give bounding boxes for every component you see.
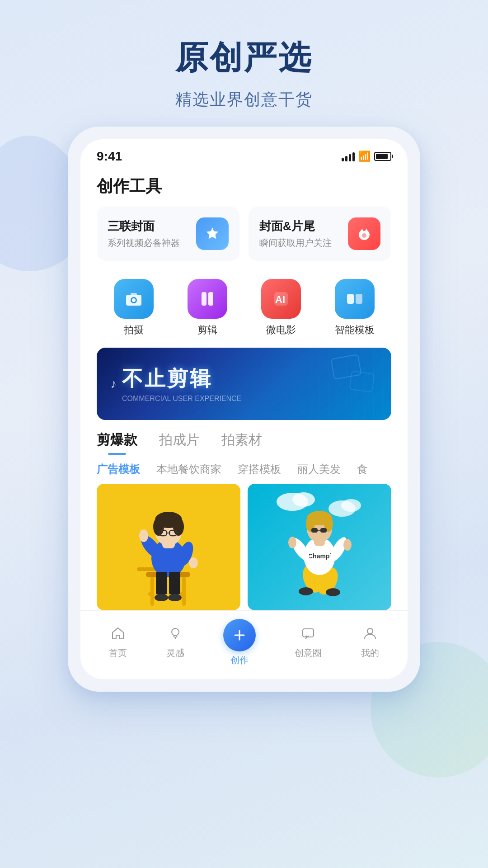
signal-bar-4	[352, 152, 355, 161]
svg-point-32	[189, 557, 198, 568]
svg-rect-9	[347, 294, 354, 304]
battery-fill	[376, 154, 388, 159]
svg-point-64	[367, 628, 373, 634]
tool-card-cover-ending[interactable]: 封面&片尾 瞬间获取用户关注	[249, 207, 391, 261]
signal-bar-1	[342, 158, 344, 161]
icon-label-template: 智能模板	[335, 323, 375, 337]
sub-tabs: 广告模板 本地餐饮商家 穿搭模板 丽人美发 食	[80, 455, 408, 484]
banner-section[interactable]: ♪ 不止剪辑 COMMERCIAL USER EXPERIENCE	[80, 348, 408, 420]
battery-icon	[374, 152, 391, 161]
icon-label-edit: 剪辑	[197, 323, 217, 337]
bottom-nav: 首页 灵感	[80, 610, 408, 679]
sub-tab-fashion[interactable]: 穿搭模板	[238, 462, 281, 476]
hero-subtitle: 精选业界创意干货	[0, 89, 488, 111]
tab-pai-su-cai[interactable]: 拍素材	[221, 431, 262, 455]
svg-point-59	[172, 628, 179, 636]
main-tabs: 剪爆款 拍成片 拍素材	[97, 431, 391, 455]
nav-item-creative-circle[interactable]: 创意圈	[295, 626, 322, 659]
home-icon	[111, 626, 125, 644]
nav-label-create: 创作	[230, 654, 249, 666]
svg-point-56	[288, 537, 296, 548]
svg-point-36	[168, 594, 182, 601]
sub-tab-local-food[interactable]: 本地餐饮商家	[156, 462, 221, 476]
nav-item-create[interactable]: 创作	[223, 619, 256, 666]
svg-rect-5	[202, 292, 206, 306]
svg-point-3	[132, 298, 136, 302]
nav-item-my[interactable]: 我的	[361, 626, 379, 659]
svg-rect-33	[156, 572, 167, 594]
content-card-yellow[interactable]	[97, 484, 240, 610]
hero-section: 原创严选 精选业界创意干货	[0, 0, 488, 111]
sub-tab-ad-template[interactable]: 广告模板	[97, 462, 140, 476]
banner-sub-text: COMMERCIAL USER EXPERIENCE	[122, 395, 241, 403]
nav-item-inspiration[interactable]: 灵感	[166, 626, 184, 659]
user-icon	[363, 626, 377, 644]
sub-tab-food[interactable]: 食	[357, 462, 368, 476]
page-title: 创作工具	[97, 175, 391, 198]
svg-rect-52	[311, 528, 318, 533]
svg-rect-4	[131, 293, 137, 296]
banner-main-text: 不止剪辑	[122, 365, 241, 393]
icon-item-ai[interactable]: AI 微电影	[261, 279, 301, 337]
svg-point-40	[341, 499, 361, 512]
status-time: 9:41	[97, 149, 122, 164]
template-icon	[335, 279, 375, 319]
ai-icon: AI	[261, 279, 301, 319]
phone-wrapper: 9:41 📶 创作工具	[68, 127, 420, 692]
svg-point-35	[155, 594, 168, 601]
svg-rect-15	[182, 574, 186, 606]
tabs-section: 剪爆款 拍成片 拍素材	[80, 420, 408, 455]
svg-rect-16	[148, 592, 154, 596]
tool-card-desc-1: 系列视频必备神器	[108, 237, 180, 249]
svg-rect-17	[180, 592, 185, 596]
icon-label-ai: 微电影	[266, 323, 296, 337]
banner-grid	[301, 348, 391, 420]
tool-card-name-2: 封面&片尾	[259, 218, 332, 234]
create-button[interactable]	[223, 619, 256, 651]
svg-rect-14	[150, 574, 154, 606]
svg-point-24	[153, 518, 164, 536]
svg-point-0	[362, 233, 366, 238]
icon-item-template[interactable]: 智能模板	[335, 279, 375, 337]
icon-item-camera[interactable]: 拍摄	[114, 279, 154, 337]
banner-content: ♪ 不止剪辑 COMMERCIAL USER EXPERIENCE	[110, 365, 241, 403]
status-icons: 📶	[342, 151, 391, 162]
svg-point-43	[299, 587, 313, 595]
nav-label-my: 我的	[361, 647, 379, 659]
svg-text:AI: AI	[275, 294, 285, 305]
camera-icon	[114, 279, 154, 319]
banner[interactable]: ♪ 不止剪辑 COMMERCIAL USER EXPERIENCE	[97, 348, 391, 420]
sub-tab-beauty[interactable]: 丽人美发	[297, 462, 341, 476]
tool-card-name-1: 三联封面	[108, 218, 180, 234]
svg-point-38	[292, 492, 315, 507]
tool-card-text-2: 封面&片尾 瞬间获取用户关注	[259, 218, 332, 249]
svg-rect-34	[169, 572, 180, 594]
tool-card-triple-cover[interactable]: 三联封面 系列视频必备神器	[97, 207, 239, 261]
chat-icon	[301, 626, 315, 644]
svg-rect-10	[356, 294, 362, 304]
svg-point-25	[173, 518, 184, 536]
icon-grid: 拍摄 剪辑 AI	[80, 270, 408, 348]
icon-item-edit[interactable]: 剪辑	[188, 279, 227, 337]
tool-card-icon-flame	[348, 217, 380, 250]
svg-rect-53	[320, 528, 327, 533]
signal-bar-3	[349, 154, 351, 161]
svg-rect-6	[208, 292, 213, 306]
tab-pai-cheng-pian[interactable]: 拍成片	[159, 431, 200, 455]
nav-item-home[interactable]: 首页	[109, 626, 127, 659]
page-header: 创作工具	[80, 168, 408, 207]
tool-card-icon-star	[196, 217, 229, 250]
nav-label-inspiration: 灵感	[166, 647, 184, 659]
tool-card-text-1: 三联封面 系列视频必备神器	[108, 218, 180, 249]
signal-bar-2	[345, 156, 347, 161]
tiktok-note-icon: ♪	[110, 377, 117, 391]
icon-label-camera: 拍摄	[124, 323, 144, 337]
svg-rect-13	[301, 348, 391, 420]
edit-icon	[188, 279, 227, 319]
phone-frame: 9:41 📶 创作工具	[68, 127, 420, 692]
tool-card-desc-2: 瞬间获取用户关注	[259, 237, 332, 249]
content-card-blue[interactable]: Champion	[248, 484, 391, 610]
tab-jian-bao-kuan[interactable]: 剪爆款	[97, 431, 137, 455]
content-grid: Champion	[80, 484, 408, 610]
signal-icon	[342, 151, 355, 161]
